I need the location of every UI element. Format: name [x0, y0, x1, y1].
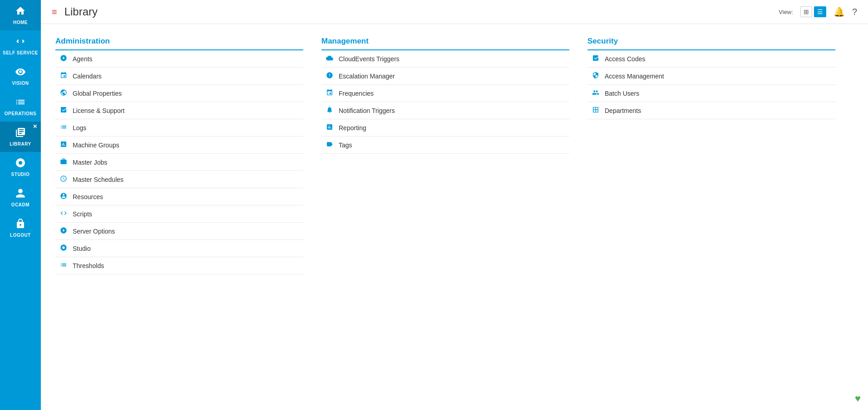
master-jobs-icon	[59, 158, 68, 166]
list-item-label: Machine Groups	[73, 142, 119, 149]
list-item[interactable]: Global Properties	[55, 85, 303, 102]
menu-list-security: Access CodesAccess ManagementBatch Users…	[587, 50, 835, 119]
list-item[interactable]: Escalation Manager	[321, 68, 569, 85]
list-item-label: Server Options	[73, 228, 115, 235]
globe-icon	[59, 89, 68, 98]
sidebar-item-ocadm[interactable]: OCADM	[0, 182, 41, 213]
list-item-label: Scripts	[73, 210, 92, 218]
sidebar-item-logout[interactable]: LOGOUT	[0, 213, 41, 243]
sidebar-item-home[interactable]: HOME	[0, 0, 41, 30]
list-item[interactable]: CloudEvents Triggers	[321, 50, 569, 68]
list-item-label: Access Management	[605, 73, 664, 80]
grid-view-button[interactable]: ⊞	[800, 6, 812, 17]
frequencies-icon	[325, 89, 334, 98]
header-left: ≡ Library	[52, 5, 98, 18]
list-item[interactable]: Batch Users	[587, 85, 835, 102]
access-codes-icon	[591, 54, 600, 63]
help-button[interactable]: ?	[852, 7, 857, 17]
sidebar-item-label-self-service: SELF SERVICE	[3, 50, 38, 55]
list-item-label: License & Support	[73, 107, 124, 114]
sidebar-item-label-studio: STUDIO	[11, 172, 30, 177]
list-item[interactable]: Frequencies	[321, 85, 569, 102]
list-item[interactable]: License & Support	[55, 102, 303, 119]
column-title-management: Management	[321, 37, 569, 50]
list-item-label: Resources	[73, 193, 103, 200]
thresholds-icon	[59, 261, 68, 270]
notifications-button[interactable]: 🔔	[833, 6, 845, 17]
self-service-icon	[15, 36, 26, 49]
sidebar-item-studio[interactable]: STUDIO	[0, 152, 41, 182]
list-item-label: CloudEvents Triggers	[339, 55, 399, 63]
vision-icon	[15, 66, 26, 79]
list-item[interactable]: Access Codes	[587, 50, 835, 68]
list-item-label: Departments	[605, 107, 641, 114]
list-item-label: Master Jobs	[73, 159, 107, 166]
reporting-icon	[325, 123, 334, 132]
sidebar-item-operations[interactable]: OPERATIONS	[0, 91, 41, 122]
list-item-label: Global Properties	[73, 90, 122, 97]
sidebar-item-label-library: LIBRARY	[10, 142, 31, 146]
list-item[interactable]: Access Management	[587, 68, 835, 85]
list-item[interactable]: Resources	[55, 188, 303, 205]
ocadm-icon	[15, 188, 26, 200]
escalation-icon	[325, 72, 334, 80]
list-item-label: Reporting	[339, 124, 366, 132]
columns-wrapper: AdministrationAgentsCalendarsGlobal Prop…	[55, 37, 853, 274]
header: ≡ Library View: ⊞ ☰ 🔔 ?	[41, 0, 868, 24]
page-title: Library	[64, 5, 98, 18]
column-title-security: Security	[587, 37, 835, 50]
column-administration: AdministrationAgentsCalendarsGlobal Prop…	[55, 37, 321, 274]
studio-icon	[15, 157, 26, 170]
list-item[interactable]: Calendars	[55, 68, 303, 85]
agent-icon	[59, 54, 68, 63]
list-item[interactable]: Logs	[55, 119, 303, 137]
column-management: ManagementCloudEvents TriggersEscalation…	[321, 37, 587, 274]
view-label: View:	[779, 9, 793, 15]
menu-list-administration: AgentsCalendarsGlobal PropertiesLicense …	[55, 50, 303, 274]
notification-icon	[325, 106, 334, 115]
list-item[interactable]: Agents	[55, 50, 303, 68]
main-area: ≡ Library View: ⊞ ☰ 🔔 ? AdministrationAg…	[41, 0, 868, 410]
footer-badge: ♥	[855, 393, 861, 405]
studio-icon	[59, 244, 68, 253]
menu-list-management: CloudEvents TriggersEscalation ManagerFr…	[321, 50, 569, 154]
close-library-icon[interactable]: ✕	[33, 123, 38, 130]
svg-point-0	[19, 70, 22, 73]
sidebar-item-library[interactable]: LIBRARY✕	[0, 122, 41, 152]
list-item[interactable]: Thresholds	[55, 257, 303, 274]
cloud-events-icon	[325, 54, 334, 63]
sidebar-item-label-operations: OPERATIONS	[5, 111, 36, 116]
list-item[interactable]: Studio	[55, 240, 303, 257]
sidebar-item-label-ocadm: OCADM	[11, 202, 30, 207]
list-item[interactable]: Departments	[587, 102, 835, 119]
sidebar-item-vision[interactable]: VISION	[0, 61, 41, 91]
list-item[interactable]: Master Schedules	[55, 171, 303, 188]
sidebar-item-label-home: HOME	[13, 20, 28, 25]
calendar-icon	[59, 72, 68, 80]
svg-point-4	[62, 246, 64, 249]
list-item-label: Calendars	[73, 73, 102, 80]
list-item-label: Studio	[73, 245, 91, 252]
list-item[interactable]: Tags	[321, 137, 569, 154]
departments-icon	[591, 106, 600, 115]
operations-icon	[15, 97, 26, 109]
master-schedules-icon	[59, 175, 68, 184]
scripts-icon	[59, 210, 68, 218]
logs-icon	[59, 123, 68, 132]
svg-point-2	[19, 161, 22, 165]
list-view-button[interactable]: ☰	[814, 6, 826, 17]
logout-icon	[15, 218, 26, 231]
content-area: AdministrationAgentsCalendarsGlobal Prop…	[41, 24, 868, 410]
list-item[interactable]: Machine Groups	[55, 137, 303, 154]
list-item[interactable]: Reporting	[321, 119, 569, 137]
list-item[interactable]: Scripts	[55, 205, 303, 223]
list-item[interactable]: Master Jobs	[55, 154, 303, 171]
home-icon	[15, 5, 26, 18]
list-item[interactable]: Server Options	[55, 223, 303, 240]
sidebar: HOMESELF SERVICEVISIONOPERATIONSLIBRARY✕…	[0, 0, 41, 410]
tags-icon	[325, 141, 334, 149]
list-item-label: Notification Triggers	[339, 107, 395, 114]
sidebar-item-self-service[interactable]: SELF SERVICE	[0, 30, 41, 61]
list-item-label: Thresholds	[73, 262, 104, 269]
list-item[interactable]: Notification Triggers	[321, 102, 569, 119]
